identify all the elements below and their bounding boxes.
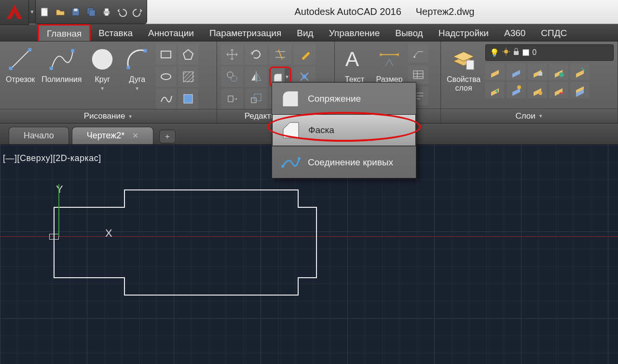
tab-spds[interactable]: СПДС	[533, 24, 575, 41]
tab-annotate[interactable]: Аннотации	[140, 24, 202, 41]
svg-rect-9	[9, 67, 13, 70]
svg-point-46	[298, 157, 301, 160]
redo-icon[interactable]	[132, 7, 143, 17]
tool-scale[interactable]	[245, 89, 267, 109]
tool-stretch[interactable]	[221, 89, 243, 109]
tool-region[interactable]	[178, 89, 198, 109]
svg-rect-24	[228, 96, 233, 102]
svg-rect-2	[74, 8, 77, 11]
tool-erase[interactable]	[293, 44, 316, 65]
app-menu-button[interactable]	[0, 0, 29, 25]
title-bar: ▼ Autodesk AutoCAD 2016 Чертеж2.dwg	[0, 0, 618, 24]
tab-output[interactable]: Вывод	[387, 24, 430, 41]
tab-manage[interactable]: Управление	[321, 24, 388, 41]
svg-point-21	[227, 72, 233, 78]
layer-state-icon[interactable]	[507, 82, 526, 98]
svg-point-44	[538, 91, 542, 95]
tool-line[interactable]: Отрезок	[4, 44, 37, 85]
svg-rect-26	[254, 94, 261, 101]
tool-circle[interactable]: Круг▼	[86, 44, 118, 92]
flyout-item-blend[interactable]: Соединение кривых	[272, 146, 416, 178]
panel-draw: Отрезок Полилиния Круг▼ Дуга▼	[0, 41, 217, 123]
svg-rect-7	[105, 13, 108, 15]
svg-point-13	[92, 49, 113, 70]
layer-change-icon[interactable]	[549, 82, 568, 98]
chamfer-icon	[280, 120, 302, 141]
tab-parametric[interactable]: Параметризация	[202, 24, 289, 41]
tab-a360[interactable]: A360	[496, 24, 533, 41]
tab-view[interactable]: Вид	[289, 24, 321, 41]
app-menu-dropdown-icon[interactable]: ▼	[29, 0, 36, 24]
layer-freeze-icon[interactable]	[507, 64, 526, 80]
tool-move[interactable]	[221, 44, 243, 65]
close-icon[interactable]: ✕	[132, 131, 138, 140]
tool-rotate[interactable]	[245, 44, 267, 65]
panel-draw-title[interactable]: Рисование▼	[0, 109, 217, 123]
tool-mirror[interactable]	[245, 67, 267, 87]
tool-layer-properties[interactable]: Свойства слоя	[445, 44, 482, 108]
svg-rect-15	[144, 49, 147, 53]
svg-point-43	[517, 85, 521, 89]
layer-prev-icon[interactable]	[485, 82, 505, 98]
new-tab-button[interactable]: ＋	[159, 130, 176, 143]
saveas-icon[interactable]	[86, 7, 96, 17]
file-title: Чертеж2.dwg	[416, 6, 475, 17]
tool-table[interactable]	[408, 66, 428, 84]
sun-icon	[502, 48, 510, 57]
tool-dimension[interactable]: Размер	[373, 44, 405, 85]
save-icon[interactable]	[70, 7, 81, 17]
svg-rect-14	[127, 66, 130, 69]
tool-text[interactable]: A Текст	[339, 44, 371, 85]
svg-point-22	[231, 76, 237, 81]
file-tab-drawing[interactable]: Чертеж2* ✕	[72, 127, 154, 144]
layer-selector[interactable]: 💡 0	[485, 44, 614, 61]
svg-rect-23	[302, 75, 306, 79]
title-text: Autodesk AutoCAD 2016 Чертеж2.dwg	[151, 0, 618, 24]
svg-point-18	[161, 74, 171, 80]
tool-rectangle[interactable]	[156, 44, 176, 65]
layer-color-swatch	[522, 49, 529, 56]
layer-match-icon[interactable]	[570, 64, 590, 80]
tool-trim[interactable]	[269, 44, 291, 65]
tool-polyline[interactable]: Полилиния	[40, 44, 83, 85]
svg-rect-25	[251, 98, 256, 103]
file-tab-start[interactable]: Начало	[9, 127, 69, 144]
svg-rect-33	[413, 71, 423, 79]
svg-line-8	[11, 50, 30, 69]
svg-rect-11	[50, 67, 53, 70]
print-icon[interactable]	[101, 7, 112, 17]
ribbon-tabs: Главная Вставка Аннотации Параметризация…	[0, 24, 618, 41]
flyout-item-fillet[interactable]: Сопряжение	[272, 82, 416, 114]
tab-addins[interactable]: Надстройки	[431, 24, 496, 41]
svg-text:A: A	[345, 47, 359, 70]
svg-rect-10	[28, 48, 32, 52]
new-icon[interactable]	[40, 7, 50, 17]
open-icon[interactable]	[55, 7, 66, 17]
undo-icon[interactable]	[117, 7, 127, 17]
tool-copy[interactable]	[221, 67, 243, 87]
tool-hatch[interactable]	[178, 67, 198, 87]
flyout-item-chamfer[interactable]: Фаска	[272, 114, 416, 146]
layer-walk-icon[interactable]	[528, 82, 547, 98]
layer-merge-icon[interactable]	[570, 82, 590, 98]
svg-point-35	[504, 50, 508, 54]
bulb-icon: 💡	[490, 48, 499, 57]
layer-off-icon[interactable]	[485, 64, 505, 80]
app-title: Autodesk AutoCAD 2016	[295, 6, 401, 17]
tool-arc[interactable]: Дуга▼	[121, 44, 153, 92]
tool-ellipse[interactable]	[156, 67, 176, 87]
tool-polygon[interactable]	[178, 44, 198, 65]
tab-insert[interactable]: Вставка	[91, 24, 140, 41]
fillet-icon	[280, 88, 301, 109]
svg-rect-40	[514, 51, 519, 55]
svg-rect-20	[184, 94, 192, 103]
layer-iso-icon[interactable]	[549, 64, 568, 80]
tool-leader[interactable]	[408, 44, 428, 63]
tab-home[interactable]: Главная	[38, 24, 91, 41]
fillet-flyout: Сопряжение Фаска Соединение кривых	[272, 82, 416, 178]
tool-spline[interactable]	[156, 89, 176, 109]
svg-rect-4	[89, 10, 95, 16]
panel-layers-title[interactable]: Слои▼	[441, 108, 618, 123]
layer-lock-icon[interactable]	[528, 64, 547, 80]
svg-rect-6	[105, 8, 108, 11]
